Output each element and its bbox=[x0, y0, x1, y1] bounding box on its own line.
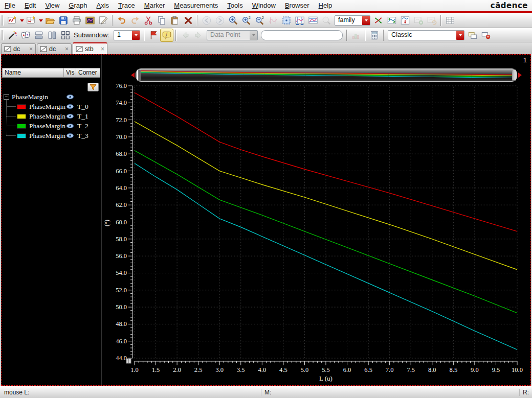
menu-item-window[interactable]: Window bbox=[248, 0, 280, 11]
zoom-in-x2-button[interactable]: 2 bbox=[240, 14, 253, 27]
visibility-eye-icon[interactable] bbox=[66, 133, 74, 138]
tree-row-T_2[interactable]: PhaseMarginT_2 bbox=[2, 121, 101, 131]
trace-label[interactable]: PhaseMargin bbox=[29, 122, 65, 130]
zoom-x-range-button[interactable] bbox=[293, 14, 306, 27]
overlay-curves-button[interactable] bbox=[385, 14, 398, 27]
zoom-in-button[interactable] bbox=[227, 14, 240, 27]
paste-icon bbox=[170, 15, 180, 26]
tab-close-icon[interactable]: × bbox=[29, 46, 33, 52]
style-select[interactable]: Classic bbox=[388, 30, 464, 40]
undo-button[interactable] bbox=[115, 14, 128, 27]
curve-T_1[interactable] bbox=[135, 122, 517, 270]
menu-item-axis[interactable]: Axis bbox=[92, 0, 114, 11]
dropdown-caret-icon[interactable] bbox=[19, 14, 25, 27]
hide-labels-button[interactable] bbox=[479, 29, 493, 42]
callout-button[interactable]: i bbox=[160, 29, 173, 42]
save-button[interactable] bbox=[57, 14, 70, 27]
panel-header-name[interactable]: Name bbox=[3, 68, 64, 77]
zoom-y-range-button[interactable] bbox=[306, 14, 320, 27]
tab-close-icon[interactable]: × bbox=[65, 46, 69, 52]
visibility-eye-icon[interactable] bbox=[66, 123, 74, 129]
menu-item-graph[interactable]: Graph bbox=[64, 0, 92, 11]
trace-label[interactable]: PhaseMargin bbox=[29, 112, 65, 121]
combo-dropdown-icon[interactable] bbox=[456, 31, 464, 40]
toolbar-separator bbox=[365, 30, 366, 41]
strip-chart-button[interactable] bbox=[398, 14, 412, 27]
menu-item-view[interactable]: View bbox=[40, 0, 64, 11]
strip-scroll-right-icon[interactable] bbox=[518, 73, 522, 78]
tab-dc-0[interactable]: dc× bbox=[1, 43, 36, 54]
subwindow-select[interactable]: 1 bbox=[114, 30, 140, 40]
visibility-eye-icon[interactable] bbox=[66, 94, 74, 100]
print-button[interactable] bbox=[70, 14, 83, 27]
hsplit-button[interactable] bbox=[32, 29, 46, 42]
flag-button[interactable] bbox=[147, 29, 160, 42]
tree-row-T_1[interactable]: PhaseMarginT_1 bbox=[2, 111, 101, 121]
redo-button bbox=[128, 14, 142, 27]
cards-button[interactable] bbox=[19, 29, 32, 42]
export-image-button[interactable] bbox=[83, 14, 97, 27]
tree-collapse-icon[interactable]: − bbox=[4, 94, 9, 100]
calculator-button[interactable] bbox=[368, 29, 381, 42]
delete-button[interactable] bbox=[182, 14, 195, 27]
menu-item-browser[interactable]: Browser bbox=[280, 0, 314, 11]
x-axis-tick-label: 9.0 bbox=[471, 366, 479, 373]
append-window-button bbox=[412, 14, 425, 27]
tree-row-T_3[interactable]: PhaseMarginT_3 bbox=[2, 131, 101, 141]
trace-color-swatch[interactable] bbox=[17, 114, 26, 119]
tree-root-label[interactable]: PhaseMargin bbox=[12, 93, 48, 101]
redo-icon bbox=[130, 15, 140, 26]
copy-icon bbox=[157, 15, 167, 26]
combo-dropdown-icon[interactable] bbox=[132, 31, 140, 40]
new-window-button[interactable] bbox=[6, 14, 19, 27]
copy-button[interactable] bbox=[155, 14, 168, 27]
panel-header-vis[interactable]: Vis bbox=[64, 68, 76, 77]
wand-icon bbox=[7, 30, 17, 40]
menu-item-file[interactable]: File bbox=[0, 0, 20, 11]
tab-stb-2[interactable]: stb× bbox=[73, 42, 107, 54]
filter-button[interactable] bbox=[87, 83, 99, 91]
subwindows-button[interactable] bbox=[59, 29, 72, 42]
zoom-out-x2-button[interactable]: 2 bbox=[253, 14, 267, 27]
plot-canvas[interactable]: 76.074.072.070.068.066.064.062.060.058.0… bbox=[102, 79, 525, 385]
open-button[interactable] bbox=[43, 14, 57, 27]
zoom-fit-button[interactable] bbox=[280, 14, 293, 27]
tree-root-row[interactable]: −PhaseMargin bbox=[2, 92, 101, 102]
trace-label[interactable]: PhaseMargin bbox=[29, 103, 65, 111]
trace-label[interactable]: PhaseMargin bbox=[29, 132, 65, 140]
menu-item-measurements[interactable]: Measurements bbox=[169, 0, 223, 11]
menu-item-tools[interactable]: Tools bbox=[223, 0, 247, 11]
menu-item-marker[interactable]: Marker bbox=[140, 0, 169, 11]
subwindow-number: 1 bbox=[523, 56, 527, 64]
panel-header-corner[interactable]: Corner bbox=[76, 68, 100, 77]
toolbar-handle[interactable] bbox=[2, 30, 4, 40]
tab-dc-1[interactable]: dc× bbox=[37, 43, 72, 54]
table-button[interactable] bbox=[444, 14, 457, 27]
combo-dropdown-icon[interactable] bbox=[362, 16, 370, 25]
split-curves-button[interactable] bbox=[372, 14, 385, 27]
toolbar-handle[interactable] bbox=[2, 15, 4, 26]
tree-row-T_0[interactable]: PhaseMarginT_0 bbox=[2, 102, 101, 111]
cut-button[interactable] bbox=[142, 14, 155, 27]
delete-icon bbox=[183, 15, 193, 26]
show-labels-button[interactable] bbox=[466, 29, 479, 42]
new-subwindow-button[interactable] bbox=[25, 14, 38, 27]
trace-color-swatch[interactable] bbox=[17, 104, 26, 109]
trace-color-swatch[interactable] bbox=[17, 124, 26, 129]
menu-item-trace[interactable]: Trace bbox=[114, 0, 140, 11]
trace-color-swatch[interactable] bbox=[17, 133, 26, 138]
strip-scroll-left-icon[interactable] bbox=[131, 73, 135, 78]
visibility-eye-icon[interactable] bbox=[66, 113, 74, 119]
family-select[interactable]: family bbox=[335, 15, 370, 26]
menu-item-help[interactable]: Help bbox=[314, 0, 337, 11]
tab-close-icon[interactable]: × bbox=[101, 46, 104, 52]
paste-button[interactable] bbox=[168, 14, 182, 27]
visibility-eye-icon[interactable] bbox=[66, 104, 74, 109]
vsplit-button[interactable] bbox=[46, 29, 59, 42]
axis-corner-icon[interactable] bbox=[126, 359, 131, 363]
expression-input[interactable] bbox=[261, 30, 343, 40]
edit-button[interactable] bbox=[97, 14, 110, 27]
dropdown-caret-icon[interactable] bbox=[38, 14, 43, 27]
wand-button[interactable] bbox=[6, 29, 19, 42]
menu-item-edit[interactable]: Edit bbox=[20, 0, 40, 11]
